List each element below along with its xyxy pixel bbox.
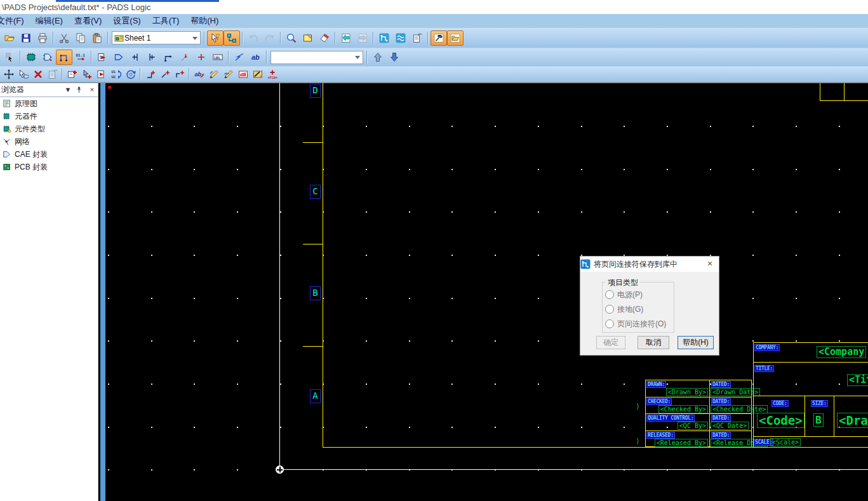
- browser-item-3[interactable]: 网络: [0, 135, 98, 148]
- grid-dot: [624, 384, 625, 385]
- copy-icon: [76, 33, 86, 43]
- wire-split-button[interactable]: [177, 50, 193, 65]
- schematic-editor-button[interactable]: [431, 30, 447, 46]
- browser-item-5[interactable]: PCB 封装: [0, 161, 98, 173]
- cancel-button[interactable]: 取消: [638, 336, 669, 349]
- library-manager-button[interactable]: [447, 30, 464, 46]
- selection-mode-button[interactable]: [207, 30, 224, 46]
- help-button[interactable]: 帮助(H): [678, 336, 714, 349]
- pin-left-button[interactable]: [127, 50, 144, 65]
- edit-wire-2-button[interactable]: [221, 67, 236, 81]
- grid-dot: [194, 169, 195, 170]
- grid-dot: [409, 126, 410, 127]
- part-properties-button[interactable]: [409, 30, 425, 46]
- zoom-tool-button[interactable]: [283, 30, 300, 46]
- edit-wire-1-button[interactable]: [206, 67, 221, 81]
- browser-item-2[interactable]: 元件类型: [0, 123, 98, 135]
- move-button[interactable]: [1, 67, 16, 81]
- menu-item-3[interactable]: 设置(S): [107, 14, 146, 28]
- pin-right-button[interactable]: [144, 50, 160, 65]
- titleblock-label: QUALITY CONTROL:: [646, 415, 695, 422]
- previous-sheet-button[interactable]: [338, 30, 354, 46]
- label-tool-button[interactable]: LBL: [210, 50, 226, 65]
- cut-button[interactable]: [56, 30, 72, 46]
- add-connector-button[interactable]: [376, 30, 392, 46]
- object-properties-button[interactable]: [45, 67, 60, 81]
- add-gate-button[interactable]: [39, 50, 56, 65]
- company-value: <Company: [817, 346, 866, 358]
- undo-button[interactable]: [245, 30, 262, 46]
- gate-number-button[interactable]: U1.1: [72, 50, 89, 65]
- pin-icon[interactable]: [76, 86, 84, 94]
- paste-button[interactable]: [89, 30, 105, 46]
- redo-button[interactable]: [262, 30, 278, 46]
- add-pin-1-button[interactable]: [143, 67, 157, 81]
- part-search[interactable]: [270, 51, 363, 64]
- redraw-button[interactable]: [316, 30, 333, 46]
- bus-tool-button[interactable]: [392, 30, 409, 46]
- swap-gates-button[interactable]: U1U2: [109, 67, 123, 81]
- rotate-button[interactable]: [123, 67, 138, 81]
- connection-point-button[interactable]: [193, 50, 210, 65]
- redo-icon: [265, 33, 275, 43]
- pads-logic-window: \PADS Projects\default.txt* - PADS Logic…: [0, 0, 868, 501]
- copy-button[interactable]: [72, 30, 89, 46]
- menu-item-0[interactable]: 文件(F): [0, 14, 30, 28]
- chevron-down-icon[interactable]: [192, 37, 197, 43]
- pop-level-button[interactable]: [386, 50, 403, 65]
- add-flag-button[interactable]: [94, 67, 109, 81]
- database-button[interactable]: db: [236, 67, 250, 81]
- text-tool-button[interactable]: ab: [248, 50, 264, 65]
- sheet-frame-button[interactable]: [300, 30, 316, 46]
- panel-splitter[interactable]: [100, 83, 105, 501]
- browser-item-0[interactable]: 原理图: [0, 97, 98, 110]
- browser-item-4[interactable]: CAE 封装: [0, 148, 98, 161]
- save-file-button[interactable]: [18, 30, 34, 46]
- add-pin-3-button[interactable]: [172, 67, 187, 81]
- attribute-text-icon: ab: [194, 69, 204, 79]
- grid-dot: [451, 211, 453, 213]
- add-part-button[interactable]: [23, 50, 39, 65]
- menu-item-4[interactable]: 工具(T): [147, 14, 185, 28]
- radio-option-2[interactable]: 页间连接符(O): [605, 319, 666, 329]
- print-button[interactable]: [34, 30, 51, 46]
- selection-filter-button[interactable]: [1, 50, 18, 65]
- freehand-line-button[interactable]: [231, 50, 248, 65]
- push-level-button[interactable]: [370, 50, 386, 65]
- connection-mode-button[interactable]: [224, 30, 240, 46]
- gate-symbol-button[interactable]: [110, 50, 127, 65]
- add-wire-button[interactable]: [56, 50, 72, 65]
- sheet-selector[interactable]: Sheet 1: [112, 31, 201, 44]
- grid-dot: [409, 211, 410, 213]
- copy-object-button[interactable]: [16, 67, 30, 81]
- radio-icon[interactable]: [605, 319, 614, 328]
- menu-item-5[interactable]: 帮助(H): [185, 14, 224, 28]
- next-sheet-button[interactable]: [354, 30, 371, 46]
- radio-option-0[interactable]: 电源(P): [605, 290, 643, 300]
- dialog-titlebar[interactable]: 将页间连接符保存到库中 ×: [580, 257, 719, 272]
- close-icon[interactable]: ×: [88, 84, 97, 95]
- duplicate-button[interactable]: [79, 67, 94, 81]
- measure-button[interactable]: [250, 67, 265, 81]
- wire-corner-button[interactable]: [160, 50, 177, 65]
- delete-button[interactable]: [30, 67, 45, 81]
- menu-item-2[interactable]: 查看(V): [69, 14, 107, 28]
- radio-icon[interactable]: [605, 290, 614, 299]
- chevron-down-icon[interactable]: [355, 56, 360, 62]
- add-new-part-button[interactable]: [65, 67, 79, 81]
- chevron-down-icon[interactable]: ▼: [63, 84, 72, 95]
- menu-item-1[interactable]: 编辑(E): [30, 14, 69, 28]
- browser-item-1[interactable]: 元器件: [0, 110, 98, 123]
- add-pin-2-button[interactable]: [157, 67, 172, 81]
- schematic-canvas[interactable]: DCBA⟩⟩DRAWN:<Drawn By>DATED:<Drawn Date>…: [105, 83, 868, 501]
- part-editor-button[interactable]: [94, 50, 110, 65]
- radio-icon[interactable]: [605, 305, 614, 314]
- component-icon: [3, 112, 11, 121]
- open-file-button[interactable]: [1, 30, 18, 46]
- dialog-close-icon[interactable]: ×: [704, 258, 716, 270]
- attribute-text-button[interactable]: ab: [192, 67, 206, 81]
- browser-item-label: 原理图: [15, 98, 37, 109]
- ok-button[interactable]: 确定: [596, 336, 625, 349]
- field-label-button[interactable]: <FLD>: [265, 67, 279, 81]
- radio-option-1[interactable]: 接地(G): [605, 304, 643, 314]
